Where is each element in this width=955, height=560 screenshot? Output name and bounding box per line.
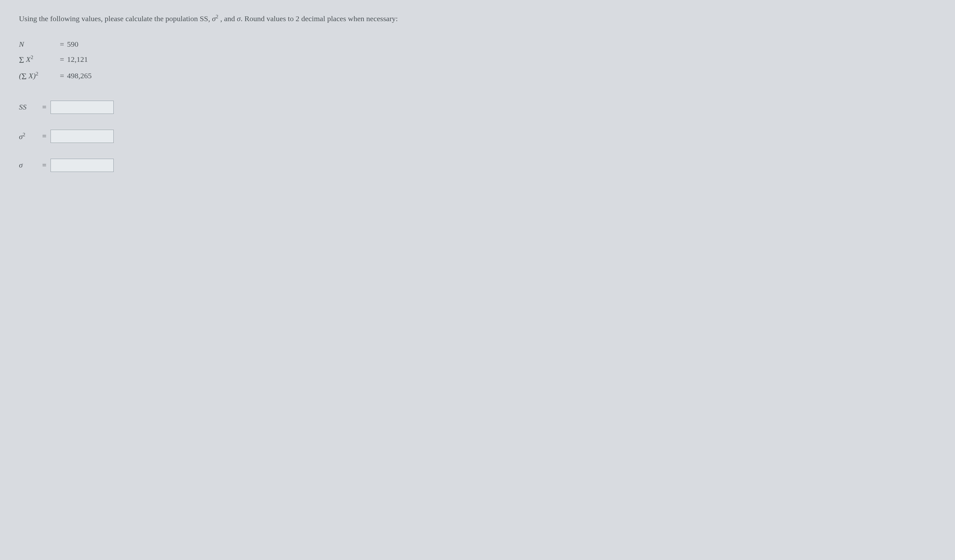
- sumx-squared-value: 498,265: [67, 72, 92, 80]
- sumx2-symbol: Σ X2: [19, 54, 57, 65]
- given-sumx-squared-row: (Σ X)2 = 498,265: [19, 71, 936, 81]
- sd-label: σ: [19, 161, 38, 169]
- question-container: Using the following values, please calcu…: [19, 12, 936, 172]
- ss-answer-row: SS =: [19, 101, 936, 114]
- equals-sign: =: [42, 132, 47, 140]
- equals-sign: =: [59, 72, 64, 80]
- sigma-icon: Σ: [22, 72, 27, 81]
- equals-sign: =: [59, 40, 64, 48]
- equals-sign: =: [42, 161, 47, 169]
- prompt-text-3: . Round values to 2 decimal places when …: [241, 14, 398, 23]
- prompt-text-2: , and: [218, 14, 237, 23]
- sigma-squared-symbol: σ2: [212, 14, 218, 23]
- sumx2-value: 12,121: [67, 55, 88, 64]
- ss-label: SS: [19, 103, 38, 111]
- given-sumx2-row: Σ X2 = 12,121: [19, 54, 936, 65]
- n-symbol: N: [19, 40, 57, 48]
- sd-answer-row: σ =: [19, 159, 936, 172]
- ss-input[interactable]: [50, 101, 114, 114]
- variance-label: σ2: [19, 131, 38, 141]
- equals-sign: =: [42, 103, 47, 111]
- variance-answer-row: σ2 =: [19, 129, 936, 143]
- answers-block: SS = σ2 = σ =: [19, 101, 936, 172]
- sigma-icon: Σ: [19, 55, 24, 65]
- sumx-squared-symbol: (Σ X)2: [19, 71, 57, 81]
- sigma-symbol: σ: [237, 14, 241, 23]
- sd-input[interactable]: [50, 159, 114, 172]
- given-n-row: N = 590: [19, 40, 936, 48]
- given-values-block: N = 590 Σ X2 = 12,121 (Σ X)2 = 498,265: [19, 40, 936, 82]
- n-value: 590: [67, 40, 78, 48]
- variance-input[interactable]: [50, 129, 114, 143]
- equals-sign: =: [59, 55, 64, 64]
- question-prompt: Using the following values, please calcu…: [19, 12, 936, 24]
- prompt-text-1: Using the following values, please calcu…: [19, 14, 212, 23]
